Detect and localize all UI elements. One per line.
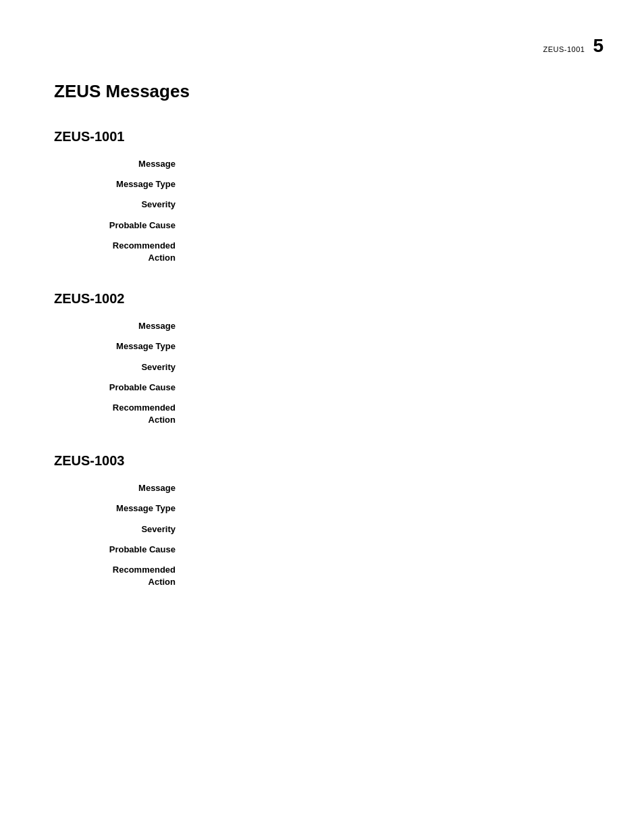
field-label-zeus-1001-2: Severity	[54, 199, 189, 211]
page-title: ZEUS Messages	[54, 81, 590, 102]
field-label-zeus-1002-0: Message	[54, 320, 189, 332]
section-heading-zeus-1001: ZEUS-1001	[54, 129, 590, 145]
field-row-zeus-1002-4: RecommendedAction	[54, 402, 590, 426]
field-row-zeus-1003-4: RecommendedAction	[54, 564, 590, 588]
field-row-zeus-1002-2: Severity	[54, 361, 590, 373]
field-label-zeus-1002-3: Probable Cause	[54, 382, 189, 394]
field-row-zeus-1001-3: Probable Cause	[54, 219, 590, 232]
field-row-zeus-1001-0: Message	[54, 158, 590, 170]
header-page-number: 5	[593, 35, 603, 57]
sections-container: ZEUS-1001MessageMessage TypeSeverityProb…	[54, 129, 590, 588]
field-label-zeus-1001-3: Probable Cause	[54, 219, 189, 232]
field-row-zeus-1003-2: Severity	[54, 523, 590, 536]
field-label-zeus-1003-1: Message Type	[54, 502, 189, 515]
field-row-zeus-1003-1: Message Type	[54, 502, 590, 515]
page-header: ZEUS-1001 5	[543, 35, 603, 57]
field-row-zeus-1001-2: Severity	[54, 199, 590, 211]
field-label-zeus-1002-4: RecommendedAction	[54, 402, 189, 426]
field-label-zeus-1002-2: Severity	[54, 361, 189, 373]
field-row-zeus-1001-1: Message Type	[54, 178, 590, 190]
section-heading-zeus-1002: ZEUS-1002	[54, 291, 590, 307]
field-label-zeus-1001-1: Message Type	[54, 178, 189, 190]
field-row-zeus-1001-4: RecommendedAction	[54, 240, 590, 264]
field-label-zeus-1003-3: Probable Cause	[54, 544, 189, 556]
header-code: ZEUS-1001	[543, 45, 585, 53]
section-heading-zeus-1003: ZEUS-1003	[54, 453, 590, 469]
field-label-zeus-1001-4: RecommendedAction	[54, 240, 189, 264]
field-label-zeus-1003-0: Message	[54, 482, 189, 494]
section-zeus-1003: ZEUS-1003MessageMessage TypeSeverityProb…	[54, 453, 590, 588]
section-zeus-1001: ZEUS-1001MessageMessage TypeSeverityProb…	[54, 129, 590, 264]
section-zeus-1002: ZEUS-1002MessageMessage TypeSeverityProb…	[54, 291, 590, 426]
field-label-zeus-1002-1: Message Type	[54, 340, 189, 353]
field-label-zeus-1003-4: RecommendedAction	[54, 564, 189, 588]
field-label-zeus-1001-0: Message	[54, 158, 189, 170]
field-row-zeus-1002-3: Probable Cause	[54, 382, 590, 394]
field-row-zeus-1002-1: Message Type	[54, 340, 590, 353]
field-row-zeus-1003-0: Message	[54, 482, 590, 494]
field-row-zeus-1002-0: Message	[54, 320, 590, 332]
main-content: ZEUS Messages ZEUS-1001MessageMessage Ty…	[0, 0, 644, 588]
field-label-zeus-1003-2: Severity	[54, 523, 189, 536]
field-row-zeus-1003-3: Probable Cause	[54, 544, 590, 556]
